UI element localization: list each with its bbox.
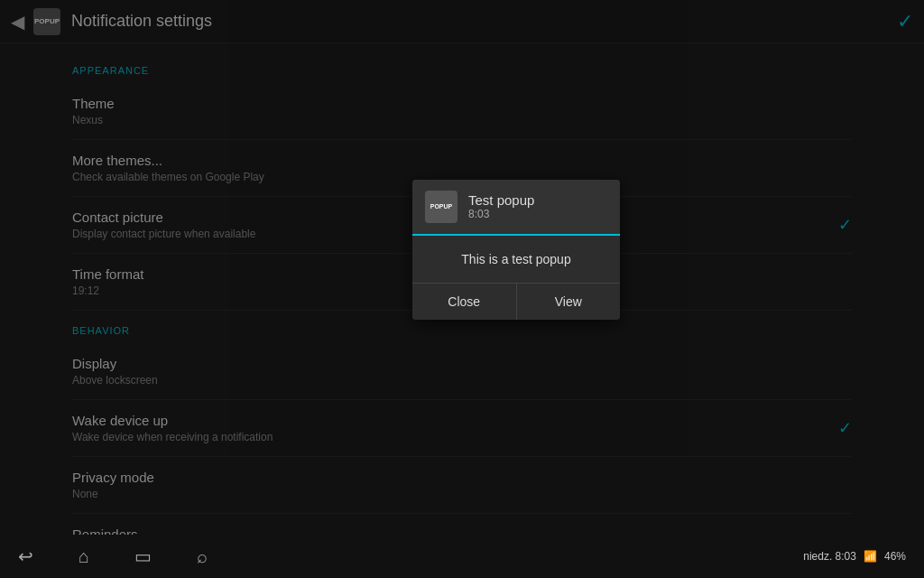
bottom-nav-bar: ↩ ⌂ ▭ ⌕ niedz. 8:03 📶 46% (0, 535, 924, 578)
nav-back-icon[interactable]: ↩ (18, 545, 33, 567)
wifi-icon: 📶 (864, 550, 877, 563)
popup-body-text: This is a test popup (412, 236, 620, 283)
popup-time: 8:03 (468, 208, 534, 220)
status-bar: niedz. 8:03 📶 46% (803, 550, 906, 563)
status-datetime: niedz. 8:03 (803, 550, 856, 563)
popup-overlay: POPUP Test popup 8:03 This is a test pop… (0, 0, 924, 535)
popup-title: Test popup (468, 192, 534, 208)
battery-text: 46% (884, 550, 906, 563)
popup-view-button[interactable]: View (517, 284, 621, 320)
nav-recents-icon[interactable]: ▭ (134, 545, 152, 567)
popup-close-button[interactable]: Close (412, 284, 517, 320)
popup-actions: Close View (412, 283, 620, 320)
nav-search-icon[interactable]: ⌕ (197, 546, 208, 567)
popup-app-logo: POPUP (425, 191, 457, 223)
popup-dialog: POPUP Test popup 8:03 This is a test pop… (412, 180, 620, 320)
nav-icons-group: ↩ ⌂ ▭ ⌕ (18, 545, 208, 567)
popup-header: POPUP Test popup 8:03 (412, 180, 620, 236)
nav-home-icon[interactable]: ⌂ (79, 546, 89, 567)
